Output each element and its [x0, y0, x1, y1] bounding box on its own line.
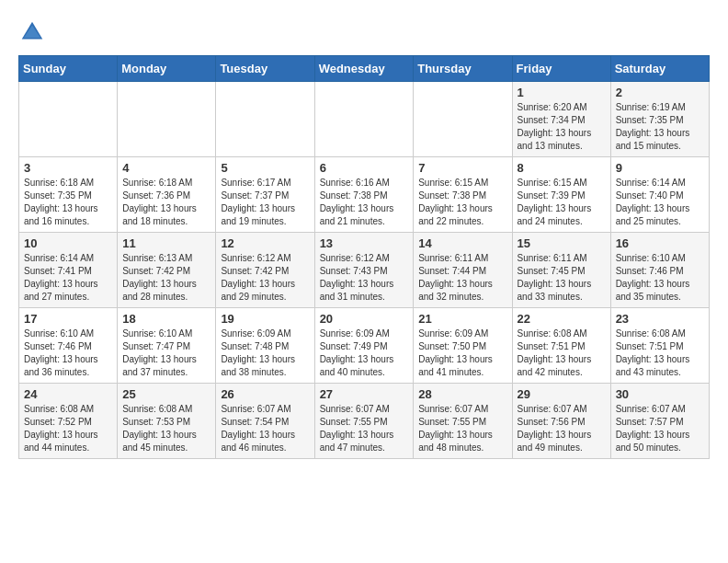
day-number: 22 [518, 312, 606, 326]
logo-icon [18, 18, 46, 46]
calendar-cell: 10Sunrise: 6:14 AMSunset: 7:41 PMDayligh… [19, 233, 118, 308]
calendar-week-row: 17Sunrise: 6:10 AMSunset: 7:46 PMDayligh… [19, 308, 710, 384]
day-info: Sunrise: 6:15 AMSunset: 7:39 PMDaylight:… [518, 177, 606, 228]
day-number: 25 [122, 387, 210, 401]
calendar-cell: 25Sunrise: 6:08 AMSunset: 7:53 PMDayligh… [118, 384, 216, 459]
day-info: Sunrise: 6:10 AMSunset: 7:46 PMDaylight:… [616, 252, 704, 304]
calendar-cell: 14Sunrise: 6:11 AMSunset: 7:44 PMDayligh… [414, 233, 512, 308]
calendar-cell: 26Sunrise: 6:07 AMSunset: 7:54 PMDayligh… [216, 384, 314, 459]
day-number: 9 [616, 161, 704, 175]
weekday-header-saturday: Saturday [610, 56, 709, 82]
calendar-cell: 6Sunrise: 6:16 AMSunset: 7:38 PMDaylight… [314, 157, 414, 233]
day-number: 1 [518, 86, 606, 99]
calendar-cell [216, 82, 314, 157]
day-number: 8 [518, 161, 606, 175]
calendar-cell: 18Sunrise: 6:10 AMSunset: 7:47 PMDayligh… [118, 308, 216, 384]
day-info: Sunrise: 6:10 AMSunset: 7:47 PMDaylight:… [122, 327, 210, 379]
calendar-cell: 19Sunrise: 6:09 AMSunset: 7:48 PMDayligh… [216, 308, 314, 384]
calendar-cell: 20Sunrise: 6:09 AMSunset: 7:49 PMDayligh… [314, 308, 414, 384]
day-number: 7 [418, 161, 506, 175]
logo [18, 18, 50, 46]
weekday-header-sunday: Sunday [19, 56, 118, 82]
day-number: 12 [221, 236, 309, 250]
calendar-cell: 24Sunrise: 6:08 AMSunset: 7:52 PMDayligh… [19, 384, 118, 459]
calendar-cell [414, 82, 512, 157]
calendar-cell: 4Sunrise: 6:18 AMSunset: 7:36 PMDaylight… [118, 157, 216, 233]
day-number: 26 [221, 387, 309, 401]
day-number: 18 [122, 312, 210, 326]
calendar-cell: 1Sunrise: 6:20 AMSunset: 7:34 PMDaylight… [512, 82, 610, 157]
day-info: Sunrise: 6:09 AMSunset: 7:48 PMDaylight:… [221, 327, 309, 379]
calendar-cell: 27Sunrise: 6:07 AMSunset: 7:55 PMDayligh… [314, 384, 414, 459]
day-info: Sunrise: 6:12 AMSunset: 7:42 PMDaylight:… [221, 252, 309, 304]
day-info: Sunrise: 6:14 AMSunset: 7:40 PMDaylight:… [616, 177, 704, 228]
day-info: Sunrise: 6:07 AMSunset: 7:55 PMDaylight:… [418, 403, 506, 454]
calendar-cell: 16Sunrise: 6:10 AMSunset: 7:46 PMDayligh… [610, 233, 709, 308]
calendar-cell [118, 82, 216, 157]
day-number: 15 [518, 236, 606, 250]
day-info: Sunrise: 6:11 AMSunset: 7:45 PMDaylight:… [518, 252, 606, 304]
calendar-cell: 30Sunrise: 6:07 AMSunset: 7:57 PMDayligh… [610, 384, 709, 459]
calendar-cell: 8Sunrise: 6:15 AMSunset: 7:39 PMDaylight… [512, 157, 610, 233]
day-info: Sunrise: 6:11 AMSunset: 7:44 PMDaylight:… [418, 252, 506, 304]
day-number: 14 [418, 236, 506, 250]
day-number: 16 [616, 236, 704, 250]
weekday-header-tuesday: Tuesday [216, 56, 314, 82]
day-info: Sunrise: 6:09 AMSunset: 7:50 PMDaylight:… [418, 327, 506, 379]
day-info: Sunrise: 6:08 AMSunset: 7:51 PMDaylight:… [518, 327, 606, 379]
day-info: Sunrise: 6:09 AMSunset: 7:49 PMDaylight:… [320, 327, 409, 379]
calendar-week-row: 3Sunrise: 6:18 AMSunset: 7:35 PMDaylight… [19, 157, 710, 233]
day-number: 29 [518, 387, 606, 401]
weekday-header-monday: Monday [118, 56, 216, 82]
day-number: 17 [24, 312, 112, 326]
day-number: 21 [418, 312, 506, 326]
day-number: 5 [221, 161, 309, 175]
calendar-cell: 12Sunrise: 6:12 AMSunset: 7:42 PMDayligh… [216, 233, 314, 308]
calendar-cell: 2Sunrise: 6:19 AMSunset: 7:35 PMDaylight… [610, 82, 709, 157]
day-info: Sunrise: 6:18 AMSunset: 7:35 PMDaylight:… [24, 177, 112, 228]
day-number: 20 [320, 312, 409, 326]
day-number: 23 [616, 312, 704, 326]
calendar-cell [19, 82, 118, 157]
day-number: 13 [320, 236, 409, 250]
day-number: 24 [24, 387, 112, 401]
calendar-cell: 29Sunrise: 6:07 AMSunset: 7:56 PMDayligh… [512, 384, 610, 459]
day-number: 6 [320, 161, 409, 175]
calendar-cell: 22Sunrise: 6:08 AMSunset: 7:51 PMDayligh… [512, 308, 610, 384]
weekday-header-row: SundayMondayTuesdayWednesdayThursdayFrid… [19, 56, 710, 82]
calendar-cell: 23Sunrise: 6:08 AMSunset: 7:51 PMDayligh… [610, 308, 709, 384]
day-info: Sunrise: 6:12 AMSunset: 7:43 PMDaylight:… [320, 252, 409, 304]
calendar-cell: 21Sunrise: 6:09 AMSunset: 7:50 PMDayligh… [414, 308, 512, 384]
day-info: Sunrise: 6:20 AMSunset: 7:34 PMDaylight:… [518, 101, 606, 153]
day-number: 27 [320, 387, 409, 401]
calendar-table: SundayMondayTuesdayWednesdayThursdayFrid… [18, 55, 710, 459]
calendar-cell: 3Sunrise: 6:18 AMSunset: 7:35 PMDaylight… [19, 157, 118, 233]
calendar-cell: 15Sunrise: 6:11 AMSunset: 7:45 PMDayligh… [512, 233, 610, 308]
day-info: Sunrise: 6:10 AMSunset: 7:46 PMDaylight:… [24, 327, 112, 379]
day-number: 3 [24, 161, 112, 175]
day-info: Sunrise: 6:07 AMSunset: 7:54 PMDaylight:… [221, 403, 309, 454]
calendar-cell: 11Sunrise: 6:13 AMSunset: 7:42 PMDayligh… [118, 233, 216, 308]
day-info: Sunrise: 6:08 AMSunset: 7:53 PMDaylight:… [122, 403, 210, 454]
calendar-cell: 7Sunrise: 6:15 AMSunset: 7:38 PMDaylight… [414, 157, 512, 233]
day-number: 28 [418, 387, 506, 401]
calendar-cell: 9Sunrise: 6:14 AMSunset: 7:40 PMDaylight… [610, 157, 709, 233]
day-info: Sunrise: 6:14 AMSunset: 7:41 PMDaylight:… [24, 252, 112, 304]
calendar-cell: 13Sunrise: 6:12 AMSunset: 7:43 PMDayligh… [314, 233, 414, 308]
calendar-week-row: 24Sunrise: 6:08 AMSunset: 7:52 PMDayligh… [19, 384, 710, 459]
weekday-header-wednesday: Wednesday [314, 56, 414, 82]
day-info: Sunrise: 6:18 AMSunset: 7:36 PMDaylight:… [122, 177, 210, 228]
day-number: 10 [24, 236, 112, 250]
day-info: Sunrise: 6:07 AMSunset: 7:57 PMDaylight:… [616, 403, 704, 454]
day-number: 2 [616, 86, 704, 99]
day-number: 30 [616, 387, 704, 401]
day-info: Sunrise: 6:13 AMSunset: 7:42 PMDaylight:… [122, 252, 210, 304]
calendar-cell: 28Sunrise: 6:07 AMSunset: 7:55 PMDayligh… [414, 384, 512, 459]
calendar-cell [314, 82, 414, 157]
day-info: Sunrise: 6:08 AMSunset: 7:51 PMDaylight:… [616, 327, 704, 379]
weekday-header-friday: Friday [512, 56, 610, 82]
day-info: Sunrise: 6:19 AMSunset: 7:35 PMDaylight:… [616, 101, 704, 153]
calendar-cell: 5Sunrise: 6:17 AMSunset: 7:37 PMDaylight… [216, 157, 314, 233]
calendar-cell: 17Sunrise: 6:10 AMSunset: 7:46 PMDayligh… [19, 308, 118, 384]
day-info: Sunrise: 6:07 AMSunset: 7:56 PMDaylight:… [518, 403, 606, 454]
